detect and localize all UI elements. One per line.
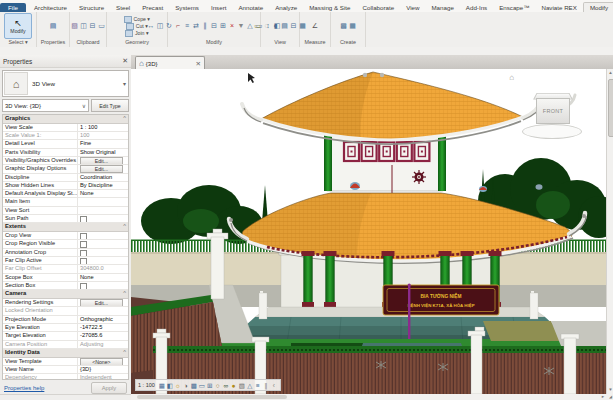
copy-to-clipboard-icon[interactable]: ◫ bbox=[79, 22, 88, 30]
ribbon-tab-systems[interactable]: Systems bbox=[169, 3, 205, 12]
graphics-icon[interactable]: ▤ bbox=[280, 22, 289, 30]
ribbon-tab-precast[interactable]: Precast bbox=[136, 3, 169, 12]
unlocked-3d-view-icon[interactable]: ○ bbox=[214, 381, 222, 390]
temporary-view-properties-icon[interactable]: ▧ bbox=[238, 381, 246, 390]
vertical-scrollbar[interactable]: ▲ ▼ bbox=[606, 69, 613, 394]
checkbox[interactable] bbox=[80, 233, 87, 240]
match-type-icon[interactable]: ▭ bbox=[97, 22, 106, 30]
properties-help-link[interactable]: Properties help bbox=[4, 385, 44, 391]
thin-lines-icon[interactable]: ▭ bbox=[253, 22, 262, 30]
horizontal-scroll-thumb[interactable] bbox=[137, 395, 287, 399]
view-tab-3d[interactable]: ⌂ {3D} ✕ bbox=[135, 56, 205, 70]
property-value[interactable]: 1 : 100 bbox=[77, 124, 128, 131]
crop-region-icon[interactable]: ⊞ bbox=[206, 381, 214, 390]
mirror-icon[interactable]: ⇄ bbox=[192, 22, 201, 30]
viewcube-front-face[interactable]: FRONT bbox=[536, 98, 570, 124]
move-icon[interactable]: ↔ bbox=[147, 22, 156, 30]
align-icon[interactable]: ∥ bbox=[201, 22, 210, 30]
panel-label-geometry[interactable]: Geometry bbox=[107, 39, 167, 47]
edit-button[interactable]: <None> bbox=[80, 358, 123, 365]
property-value[interactable]: Orthographic bbox=[77, 316, 128, 323]
panel-label-select[interactable]: Select ▾ bbox=[0, 39, 36, 47]
paste-icon[interactable]: ▧ bbox=[70, 22, 79, 30]
ribbon-tab-steel[interactable]: Steel bbox=[110, 3, 136, 12]
property-value[interactable]: Fine bbox=[77, 140, 128, 147]
panel-label-create[interactable]: Create bbox=[331, 39, 365, 47]
analytical-model-icon[interactable]: △ bbox=[246, 381, 254, 390]
trim-icon[interactable]: ⌐ bbox=[174, 22, 183, 30]
property-value[interactable]: 304800.0 bbox=[77, 265, 128, 272]
section-header-camera[interactable]: Camera^ bbox=[3, 290, 128, 299]
property-value[interactable]: Show Original bbox=[77, 149, 128, 156]
create-assembly-icon[interactable]: ▦ bbox=[348, 22, 357, 30]
collapse-icon[interactable]: ‹ bbox=[270, 381, 278, 390]
property-value[interactable] bbox=[77, 207, 128, 214]
ribbon-tab-view[interactable]: View bbox=[400, 3, 425, 12]
edit-button[interactable]: Edit... bbox=[80, 299, 123, 306]
delete-icon[interactable]: × bbox=[228, 22, 237, 30]
ribbon-tab-file[interactable]: File bbox=[0, 3, 26, 12]
panel-label-properties[interactable]: Properties bbox=[37, 39, 69, 47]
section-header-identity-data[interactable]: Identity Data^ bbox=[3, 349, 128, 358]
section-icon[interactable]: ⊟ bbox=[289, 22, 298, 30]
hide-icon[interactable]: ◌ bbox=[262, 22, 271, 30]
reveal-hidden-elements-icon[interactable]: ● bbox=[230, 381, 238, 390]
ribbon-tab-analyze[interactable]: Analyze bbox=[269, 3, 303, 12]
panel-label-clipboard[interactable]: Clipboard bbox=[70, 39, 106, 47]
property-value[interactable]: -14722.5 bbox=[77, 324, 128, 331]
reveal-constraints-icon[interactable]: ∥ bbox=[262, 381, 270, 390]
ribbon-tab-structure[interactable]: Structure bbox=[73, 3, 110, 12]
property-value[interactable]: Edit... bbox=[77, 299, 128, 306]
property-value[interactable] bbox=[77, 232, 128, 239]
apply-button[interactable]: Apply bbox=[91, 382, 127, 394]
displacement-sets-icon[interactable]: ≡ bbox=[254, 381, 262, 390]
property-value[interactable]: {3D} bbox=[77, 366, 128, 373]
checkbox[interactable] bbox=[80, 283, 87, 290]
panel-label-view[interactable]: View bbox=[261, 39, 299, 47]
horizontal-scrollbar[interactable]: ► ◢ bbox=[131, 394, 613, 400]
cut-to-clipboard-icon[interactable]: ⊟ bbox=[88, 22, 97, 30]
vertical-scroll-thumb[interactable] bbox=[608, 79, 613, 137]
section-header-graphics[interactable]: Graphics^ bbox=[3, 115, 128, 124]
detail-level-icon[interactable]: ▦ bbox=[158, 381, 166, 390]
checkbox[interactable] bbox=[80, 258, 87, 265]
viewcube-compass-ring[interactable] bbox=[522, 124, 582, 139]
resize-grip[interactable]: ◢ bbox=[609, 394, 612, 400]
shadows-icon[interactable]: ◑ bbox=[182, 381, 190, 390]
ribbon-tab-massing-site[interactable]: Massing & Site bbox=[303, 3, 356, 12]
offset-icon[interactable]: ≡ bbox=[183, 22, 192, 30]
edit-button[interactable]: Edit... bbox=[80, 165, 123, 172]
checkbox[interactable] bbox=[80, 250, 87, 257]
temporary-hide-isolate-icon[interactable]: ∞ bbox=[222, 381, 230, 390]
property-value[interactable]: 100 bbox=[77, 132, 128, 139]
property-value[interactable] bbox=[77, 249, 128, 256]
property-value[interactable] bbox=[77, 307, 128, 314]
property-value[interactable]: Coordination bbox=[77, 174, 128, 181]
rendering-dialog-icon[interactable]: ▩ bbox=[190, 381, 198, 390]
ribbon-tab-naviate-rex[interactable]: Naviate REX bbox=[535, 3, 582, 12]
scroll-down-icon[interactable]: ▼ bbox=[607, 386, 613, 394]
visual-style-icon[interactable]: ◧ bbox=[166, 381, 174, 390]
view-selector-dropdown[interactable]: 3D View: {3D} ∨ bbox=[2, 99, 89, 112]
property-value[interactable]: Edit... bbox=[77, 157, 128, 164]
create-group-icon[interactable]: ▩ bbox=[339, 22, 348, 30]
copy-icon[interactable]: ◫ bbox=[156, 22, 165, 30]
ribbon-tab-architecture[interactable]: Architecture bbox=[28, 3, 73, 12]
property-value[interactable] bbox=[77, 282, 128, 289]
property-value[interactable]: None bbox=[77, 274, 128, 281]
ribbon-tab-manage[interactable]: Manage bbox=[425, 3, 459, 12]
split-icon[interactable]: ⊟ bbox=[210, 22, 219, 30]
property-value[interactable]: Adjusting bbox=[77, 341, 128, 348]
rotate-icon[interactable]: ↻ bbox=[165, 22, 174, 30]
panel-label-modify[interactable]: Modify bbox=[168, 39, 260, 47]
edit-type-button[interactable]: Edit Type bbox=[91, 99, 129, 112]
crop-view-icon[interactable]: ▭ bbox=[198, 381, 206, 390]
close-icon[interactable]: ✕ bbox=[122, 57, 128, 65]
ribbon-tab-insert[interactable]: Insert bbox=[205, 3, 232, 12]
property-value[interactable] bbox=[77, 257, 128, 264]
properties-palette-icon[interactable]: ▤ bbox=[49, 22, 58, 30]
property-value[interactable] bbox=[77, 215, 128, 222]
scale-button[interactable]: 1 : 100 bbox=[138, 382, 155, 388]
chevron-down-icon[interactable]: ▾ bbox=[123, 80, 126, 87]
home-icon[interactable]: ⌂ bbox=[509, 73, 514, 82]
